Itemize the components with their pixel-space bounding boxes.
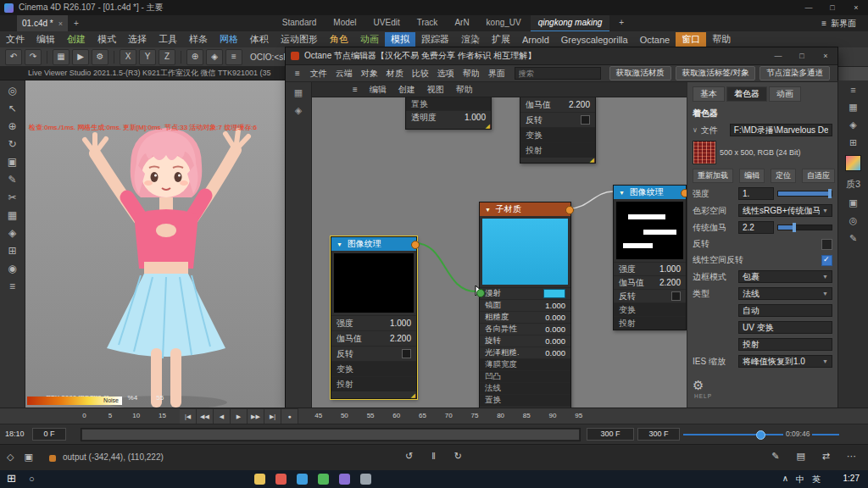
close-button[interactable]: × bbox=[814, 47, 837, 64]
resize-handle[interactable]: ◢ bbox=[590, 157, 594, 164]
menu-item[interactable]: 体积 bbox=[244, 32, 275, 47]
progress-handle[interactable] bbox=[756, 430, 765, 440]
close-button[interactable]: × bbox=[844, 0, 868, 15]
tool-dock-icon[interactable]: ✂ bbox=[8, 191, 16, 203]
dock-icon[interactable]: ✎ bbox=[849, 233, 857, 244]
node-param-row[interactable]: 置换 bbox=[406, 97, 491, 110]
auto-field[interactable]: 自动 bbox=[738, 304, 832, 317]
menu-item[interactable]: 角色 bbox=[324, 32, 354, 47]
minimize-button[interactable]: — bbox=[797, 0, 821, 15]
node-param-row[interactable]: 各向异性 0.000 bbox=[480, 323, 570, 335]
menu-item[interactable]: 模式 bbox=[92, 32, 122, 47]
octane-titlebar[interactable]: Octane 节点编辑器【汉化不易 免费分享 作者标识 相互理解】 — □ × bbox=[286, 47, 837, 65]
search-input[interactable] bbox=[515, 67, 601, 80]
transport-button[interactable]: ● bbox=[281, 408, 298, 424]
menu-item[interactable]: Greyscalegorilla bbox=[555, 34, 634, 46]
help-widget[interactable]: ⚙ HELP bbox=[693, 378, 832, 399]
menu-item[interactable]: 网格 bbox=[214, 32, 244, 47]
node-param-row[interactable]: 伽马值 2.200 bbox=[331, 330, 416, 346]
octane-action-button[interactable]: 节点渲染多通道 bbox=[760, 66, 830, 80]
status-tool-icon[interactable]: ⇄ bbox=[822, 451, 830, 462]
ies-dropdown[interactable]: 将峰值恢复到1.0▼ bbox=[738, 355, 832, 368]
layout-tab[interactable]: kong_UV bbox=[479, 15, 529, 32]
status-tool-icon[interactable]: ✎ bbox=[771, 451, 779, 462]
node-param-row[interactable]: 投射 bbox=[520, 142, 595, 158]
attributes-tab[interactable]: 基本 bbox=[693, 86, 725, 102]
menu-item[interactable]: 编辑 bbox=[31, 32, 61, 47]
tool-icon[interactable]: ⊕ bbox=[186, 49, 203, 65]
node-header[interactable]: ▼ 图像纹理 bbox=[614, 186, 686, 199]
menu-item[interactable]: 跟踪器 bbox=[415, 32, 455, 47]
undo-icon[interactable]: ↶ bbox=[5, 49, 22, 65]
node-param-row[interactable]: 漫射 bbox=[480, 287, 570, 299]
layout-tab[interactable]: Model bbox=[326, 15, 364, 32]
render-control-icon[interactable]: ↻ bbox=[454, 451, 462, 462]
colorspace-dropdown[interactable]: 线性sRGB+传统伽马▼ bbox=[738, 204, 832, 217]
menu-item[interactable]: 文件 bbox=[0, 32, 31, 47]
canvas-menu-item[interactable]: 帮助 bbox=[456, 84, 473, 96]
range-end-field[interactable]: 300 F bbox=[587, 428, 634, 441]
diffuse-input-port[interactable] bbox=[476, 289, 485, 297]
add-tab-button[interactable]: + bbox=[68, 19, 85, 28]
tool-dock-icon[interactable]: ⊞ bbox=[8, 245, 16, 257]
node-param-row[interactable]: 伽马值 2.200 bbox=[614, 275, 686, 289]
octane-menu-item[interactable]: 云端 bbox=[331, 68, 357, 80]
taskbar-app-icon[interactable] bbox=[297, 474, 308, 485]
node-param-row[interactable]: 镜面 1.000 bbox=[480, 299, 570, 311]
menu-item[interactable]: 样条 bbox=[183, 32, 214, 47]
attributes-tab[interactable]: 着色器 bbox=[726, 86, 767, 102]
maximize-button[interactable]: □ bbox=[821, 0, 844, 15]
tool-icon[interactable]: ◈ bbox=[206, 49, 223, 65]
transport-button[interactable]: ▶| bbox=[264, 408, 281, 424]
output-port[interactable] bbox=[565, 206, 574, 214]
tool-dock-icon[interactable]: ◈ bbox=[8, 227, 16, 239]
collapse-triangle-icon[interactable]: ▼ bbox=[485, 207, 491, 213]
tray-icon[interactable]: ∧ bbox=[782, 474, 788, 485]
gamma-slider[interactable] bbox=[777, 225, 832, 230]
node-param-row[interactable]: 置换 bbox=[480, 394, 570, 406]
type-dropdown[interactable]: 法线▼ bbox=[738, 287, 832, 300]
node-param-row[interactable]: 变换 bbox=[520, 127, 595, 142]
tray-icon[interactable]: 英 bbox=[812, 474, 821, 485]
taskbar-app-icon[interactable] bbox=[339, 474, 350, 485]
octane-menu-item[interactable]: 比较 bbox=[408, 68, 433, 80]
node-partial-image-texture[interactable]: 伽马值 2.200 反转 变换 bbox=[520, 97, 596, 164]
tool-dock-icon[interactable]: ≡ bbox=[9, 280, 15, 292]
node-image-texture-right[interactable]: ▼ 图像纹理 强度 bbox=[613, 185, 687, 330]
node-param-row[interactable]: 投射 bbox=[331, 376, 416, 391]
node-graph-canvas[interactable]: 置换 透明度 1.000 ◢ bbox=[312, 97, 687, 409]
taskbar-app-icon[interactable] bbox=[275, 474, 287, 485]
layout-tab[interactable]: ArN bbox=[447, 15, 476, 32]
menu-item[interactable]: Octane bbox=[634, 34, 676, 46]
status-icon[interactable]: ◇ bbox=[7, 452, 14, 463]
transport-button[interactable]: ▶ bbox=[231, 408, 248, 424]
render-icon[interactable]: ▶ bbox=[72, 49, 89, 65]
collapse-triangle-icon[interactable]: ▼ bbox=[337, 241, 342, 247]
octane-menu-item[interactable]: 界面 bbox=[484, 68, 509, 80]
node-param-row[interactable]: 薄膜宽度 bbox=[480, 358, 570, 370]
node-param-row[interactable]: 光泽粗糙. 0.000 bbox=[480, 347, 570, 358]
tool-dock-icon[interactable]: ◎ bbox=[8, 85, 16, 97]
layout-tab[interactable]: UVEdit bbox=[366, 15, 408, 32]
attributes-tab[interactable]: 动画 bbox=[769, 86, 801, 102]
playback-progress[interactable]: 0:09:46 bbox=[683, 424, 839, 445]
menu-item[interactable]: 帮助 bbox=[706, 32, 737, 47]
menu-item[interactable]: 扩展 bbox=[486, 32, 516, 47]
node-sub-material[interactable]: ▼ 子材质 漫射 bbox=[479, 202, 571, 409]
power-value-field[interactable]: 1. bbox=[738, 187, 774, 200]
node-param-row[interactable]: 反转 bbox=[520, 112, 595, 127]
octane-menu-item[interactable]: 选项 bbox=[433, 68, 459, 80]
dock-icon[interactable]: ≡ bbox=[850, 85, 855, 95]
taskbar-app-icon[interactable] bbox=[254, 474, 265, 485]
tool-dock-icon[interactable]: ◉ bbox=[8, 263, 16, 274]
collapse-triangle-icon[interactable]: ▼ bbox=[619, 190, 625, 196]
status-icon[interactable]: ▣ bbox=[24, 452, 32, 463]
frame-range-slider[interactable] bbox=[81, 428, 581, 441]
border-mode-dropdown[interactable]: 包裹▼ bbox=[738, 270, 832, 283]
file-path-field[interactable]: F:\MD录播\Marvelous Designe bbox=[730, 124, 832, 136]
tool-dock-icon[interactable]: ⊕ bbox=[8, 120, 16, 132]
axis-toggle-button[interactable]: X bbox=[120, 49, 136, 65]
resize-handle[interactable]: ◢ bbox=[486, 123, 490, 130]
transport-button[interactable]: ◀ bbox=[214, 408, 231, 424]
status-tool-icon[interactable]: ⋯ bbox=[847, 451, 856, 462]
